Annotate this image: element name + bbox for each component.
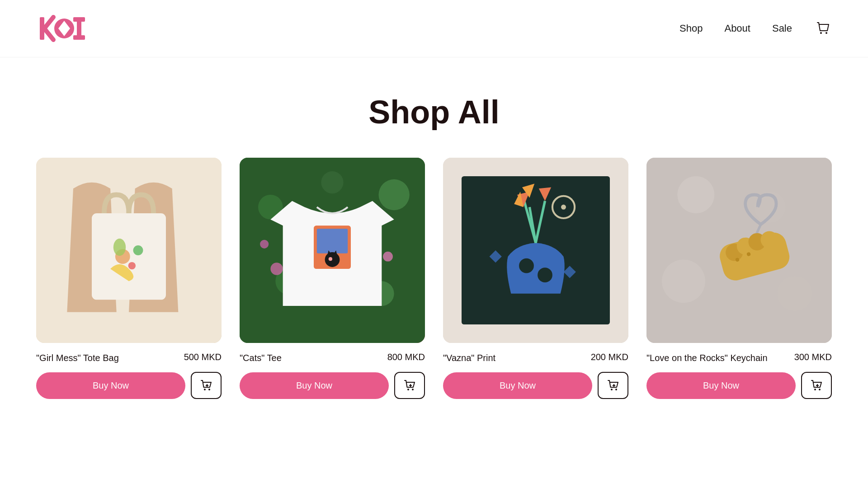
add-to-cart-button-cats-tee[interactable] — [394, 372, 425, 399]
logo[interactable] — [36, 13, 95, 44]
svg-point-45 — [677, 176, 714, 213]
buy-now-button-vazna-print[interactable]: Buy Now — [443, 372, 592, 399]
svg-point-10 — [133, 245, 143, 255]
product-name-love-keychain: "Love on the Rocks" Keychain — [646, 352, 789, 364]
svg-point-6 — [826, 32, 827, 34]
svg-point-37 — [538, 267, 552, 282]
nav-shop[interactable]: Shop — [679, 23, 703, 34]
cart-button[interactable] — [814, 19, 832, 38]
buy-now-button-love-keychain[interactable]: Buy Now — [646, 372, 796, 399]
svg-point-11 — [128, 262, 136, 269]
product-actions-cats-tee: Buy Now — [240, 372, 425, 399]
product-card-cats-tee: "Cats" Tee 800 MKD Buy Now — [240, 158, 425, 399]
svg-point-13 — [204, 389, 206, 390]
svg-point-5 — [820, 32, 822, 34]
nav-about[interactable]: About — [724, 23, 750, 34]
product-price-love-keychain: 300 MKD — [794, 352, 832, 362]
add-to-cart-button-love-keychain[interactable] — [801, 372, 832, 399]
product-image-vazna-print — [443, 158, 628, 343]
page-title: Shop All — [0, 94, 868, 131]
buy-now-button-cats-tee[interactable]: Buy Now — [240, 372, 389, 399]
svg-rect-3 — [73, 17, 85, 22]
product-image-tote-bag — [36, 158, 222, 343]
product-image-love-keychain — [646, 158, 832, 343]
svg-point-24 — [383, 252, 393, 262]
product-info-love-keychain: "Love on the Rocks" Keychain 300 MKD — [646, 352, 832, 364]
svg-point-23 — [270, 263, 283, 275]
svg-rect-27 — [317, 229, 348, 253]
svg-point-48 — [778, 276, 812, 311]
product-price-cats-tee: 800 MKD — [387, 352, 425, 362]
svg-point-56 — [814, 389, 816, 390]
add-to-cart-button-vazna-print[interactable] — [598, 372, 628, 399]
product-actions-tote-bag: Buy Now — [36, 372, 222, 399]
product-name-cats-tee: "Cats" Tee — [240, 352, 382, 364]
nav-sale[interactable]: Sale — [772, 23, 792, 34]
product-card-tote-bag: "Girl Mess" Tote Bag 500 MKD Buy Now — [36, 158, 222, 399]
buy-now-button-tote-bag[interactable]: Buy Now — [36, 372, 185, 399]
product-actions-love-keychain: Buy Now — [646, 372, 832, 399]
svg-point-57 — [819, 389, 821, 390]
svg-point-47 — [662, 260, 705, 303]
svg-point-31 — [412, 389, 414, 390]
product-price-vazna-print: 200 MKD — [591, 352, 628, 362]
product-card-love-keychain: "Love on the Rocks" Keychain 300 MKD Buy… — [646, 158, 832, 399]
svg-point-39 — [561, 205, 566, 210]
svg-point-36 — [519, 258, 534, 273]
svg-point-40 — [611, 389, 613, 390]
product-name-tote-bag: "Girl Mess" Tote Bag — [36, 352, 179, 364]
add-to-cart-button-tote-bag[interactable] — [191, 372, 222, 399]
svg-point-12 — [113, 239, 126, 256]
product-card-vazna-print: "Vazna" Print 200 MKD Buy Now — [443, 158, 628, 399]
main-nav: Shop About Sale — [679, 19, 832, 38]
svg-point-25 — [260, 240, 269, 249]
svg-point-30 — [407, 389, 409, 390]
product-info-tote-bag: "Girl Mess" Tote Bag 500 MKD — [36, 352, 222, 364]
products-grid: "Girl Mess" Tote Bag 500 MKD Buy Now — [0, 158, 868, 435]
svg-point-29 — [329, 257, 332, 261]
svg-point-14 — [208, 389, 210, 390]
svg-point-41 — [615, 389, 617, 390]
product-info-vazna-print: "Vazna" Print 200 MKD — [443, 352, 628, 364]
product-image-cats-tee — [240, 158, 425, 343]
svg-point-19 — [379, 179, 410, 210]
product-info-cats-tee: "Cats" Tee 800 MKD — [240, 352, 425, 364]
page-title-section: Shop All — [0, 57, 868, 158]
product-price-tote-bag: 500 MKD — [184, 352, 222, 362]
svg-rect-4 — [73, 35, 85, 40]
svg-point-20 — [321, 171, 343, 193]
product-actions-vazna-print: Buy Now — [443, 372, 628, 399]
product-name-vazna-print: "Vazna" Print — [443, 352, 585, 364]
svg-point-28 — [325, 252, 340, 267]
